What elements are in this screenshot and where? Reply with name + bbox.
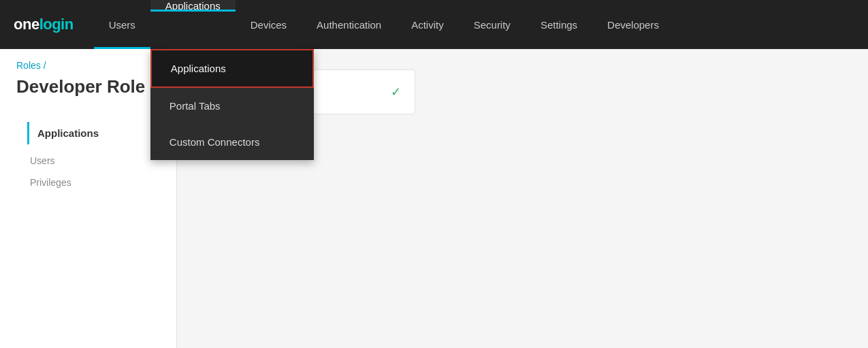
- nav-item-applications[interactable]: Applications: [150, 0, 236, 12]
- nav-label-developers: Developers: [607, 19, 659, 31]
- logo[interactable]: onelogin: [14, 16, 74, 33]
- nav-item-users[interactable]: Users: [94, 0, 150, 49]
- nav-item-security[interactable]: Security: [459, 0, 526, 49]
- dropdown-item-applications[interactable]: Applications: [150, 49, 314, 88]
- nav-item-devices[interactable]: Devices: [236, 0, 302, 49]
- nav-label-settings: Settings: [541, 19, 577, 31]
- nav-item-authentication[interactable]: Authentication: [302, 0, 396, 49]
- sidebar-link-privileges[interactable]: Privileges: [30, 172, 163, 193]
- topnav: onelogin Users Applications Applications…: [0, 0, 868, 49]
- nav-item-developers[interactable]: Developers: [592, 0, 674, 49]
- nav-label-applications: Applications: [165, 0, 221, 12]
- check-icon: ✓: [391, 84, 401, 99]
- nav-item-settings[interactable]: Settings: [526, 0, 592, 49]
- nav-label-authentication: Authentication: [317, 19, 381, 31]
- logo-one: one: [14, 16, 39, 33]
- nav-item-activity[interactable]: Activity: [396, 0, 459, 49]
- nav-label-security: Security: [474, 19, 511, 31]
- dropdown-item-custom-connectors[interactable]: Custom Connectors: [150, 124, 314, 160]
- dropdown-item-portal-tabs[interactable]: Portal Tabs: [150, 88, 314, 124]
- sidebar-section-heading: Applications: [37, 122, 163, 144]
- nav-label-activity: Activity: [411, 19, 444, 31]
- nav-label-users: Users: [109, 19, 135, 31]
- applications-dropdown: Applications Portal Tabs Custom Connecto…: [150, 49, 314, 160]
- logo-login: login: [39, 16, 74, 33]
- sidebar-link-users[interactable]: Users: [30, 150, 163, 172]
- nav-label-devices: Devices: [251, 19, 287, 31]
